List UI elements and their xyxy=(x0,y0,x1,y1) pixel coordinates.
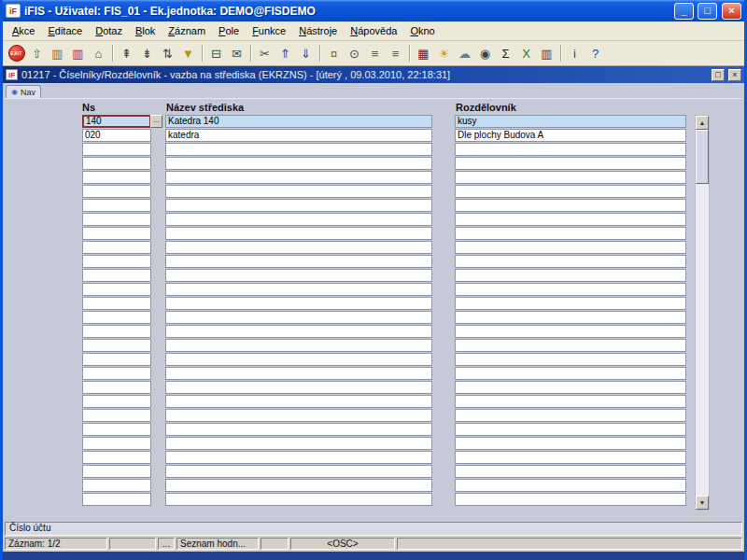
nazev-strediska-field[interactable] xyxy=(165,423,432,436)
open-form-icon[interactable]: ▥ xyxy=(48,44,67,63)
form-close-icon[interactable]: × xyxy=(728,69,741,81)
menu-item-6[interactable]: Funkce xyxy=(246,22,292,39)
nazev-strediska-field[interactable] xyxy=(165,199,432,212)
rozdelovnik-field[interactable] xyxy=(455,493,686,506)
nazev-strediska-field[interactable]: Katedra 140 xyxy=(165,115,432,128)
form-restore-icon[interactable]: □ xyxy=(712,69,725,81)
nazev-strediska-field[interactable] xyxy=(165,157,432,170)
ns-field[interactable]: 140 xyxy=(82,115,151,128)
nav-tab[interactable]: ◉ Nav xyxy=(6,85,41,98)
ns-field[interactable] xyxy=(82,339,151,352)
calendar-icon[interactable]: ▦ xyxy=(414,44,433,63)
nazev-strediska-field[interactable] xyxy=(165,255,432,268)
ns-field[interactable] xyxy=(82,479,151,492)
exit-button[interactable]: EXIT xyxy=(7,44,26,63)
rozdelovnik-field[interactable] xyxy=(455,297,686,310)
rozdelovnik-field[interactable] xyxy=(455,185,686,198)
nazev-strediska-field[interactable] xyxy=(165,381,432,394)
nazev-strediska-field[interactable] xyxy=(165,213,432,226)
rozdelovnik-field[interactable] xyxy=(455,409,686,422)
menu-item-7[interactable]: Nástroje xyxy=(292,22,344,39)
rozdelovnik-field[interactable] xyxy=(455,437,686,450)
rozdelovnik-field[interactable] xyxy=(455,241,686,254)
rozdelovnik-field[interactable] xyxy=(455,451,686,464)
nazev-strediska-field[interactable] xyxy=(165,283,432,296)
nazev-strediska-field[interactable] xyxy=(165,241,432,254)
ns-field[interactable] xyxy=(82,451,151,464)
nazev-strediska-field[interactable] xyxy=(165,465,432,478)
calculator-icon[interactable]: ▥ xyxy=(537,44,557,63)
ns-field[interactable] xyxy=(82,255,151,268)
ns-field[interactable] xyxy=(82,157,151,170)
ns-field[interactable] xyxy=(82,409,151,422)
list-values-icon[interactable]: ≡ xyxy=(386,44,405,63)
print-icon[interactable]: ⊟ xyxy=(206,44,226,63)
rozdelovnik-field[interactable] xyxy=(455,255,686,268)
scrollbar-track[interactable] xyxy=(696,130,709,496)
scrollbar-thumb[interactable] xyxy=(696,130,709,184)
nazev-strediska-field[interactable] xyxy=(165,311,432,324)
ns-field[interactable]: 020 xyxy=(82,129,151,142)
key-icon[interactable]: ¤ xyxy=(324,44,344,63)
menu-item-4[interactable]: Záznam xyxy=(162,22,212,39)
copy-record-icon[interactable]: ⇑ xyxy=(275,44,295,63)
scroll-up-button[interactable]: ▲ xyxy=(696,116,709,130)
execute-query-icon[interactable]: ⇟ xyxy=(137,44,157,63)
zoom-icon[interactable]: ⊙ xyxy=(345,44,364,63)
excel-export-icon[interactable]: X xyxy=(516,44,536,63)
ns-field[interactable] xyxy=(82,227,151,240)
filter-icon[interactable]: ▼ xyxy=(178,44,198,63)
nazev-strediska-field[interactable] xyxy=(165,143,432,156)
commit-icon[interactable]: ⇧ xyxy=(27,44,47,63)
rozdelovnik-field[interactable] xyxy=(455,171,686,184)
enter-query-icon[interactable]: ⇞ xyxy=(117,44,136,63)
ns-field[interactable] xyxy=(82,199,151,212)
rozdelovnik-field[interactable] xyxy=(455,143,686,156)
ns-field[interactable] xyxy=(82,367,151,380)
title-bar[interactable]: iF iFIS - Uživatel: FIS_01 - Ek.jednotka… xyxy=(3,0,744,21)
ns-field[interactable] xyxy=(82,381,151,394)
nazev-strediska-field[interactable] xyxy=(165,437,432,450)
ns-field[interactable] xyxy=(82,311,151,324)
ns-field[interactable] xyxy=(82,241,151,254)
main-menu-icon[interactable]: ⌂ xyxy=(89,44,108,63)
ns-field[interactable] xyxy=(82,493,151,506)
nazev-strediska-field[interactable] xyxy=(165,451,432,464)
ns-field[interactable] xyxy=(82,437,151,450)
help-icon[interactable]: ? xyxy=(585,44,605,63)
flashlight-icon[interactable]: ☀ xyxy=(434,44,454,63)
ns-field[interactable] xyxy=(82,269,151,282)
ns-field[interactable] xyxy=(82,185,151,198)
close-button[interactable]: × xyxy=(722,3,741,20)
menu-item-2[interactable]: Dotaz xyxy=(89,22,129,39)
rozdelovnik-field[interactable] xyxy=(455,311,686,324)
nazev-strediska-field[interactable] xyxy=(165,171,432,184)
rozdelovnik-field[interactable]: Dle plochy Budova A xyxy=(455,129,686,142)
nazev-strediska-field[interactable] xyxy=(165,185,432,198)
ns-field[interactable] xyxy=(82,143,151,156)
maximize-button[interactable]: □ xyxy=(698,3,717,20)
menu-item-5[interactable]: Pole xyxy=(212,22,246,39)
nazev-strediska-field[interactable] xyxy=(165,479,432,492)
nazev-strediska-field[interactable] xyxy=(165,395,432,408)
lov-button[interactable]: ... xyxy=(150,115,162,128)
ns-field[interactable] xyxy=(82,213,151,226)
menu-item-9[interactable]: Okno xyxy=(403,22,441,39)
nazev-strediska-field[interactable]: katedra xyxy=(165,129,432,142)
ns-field[interactable] xyxy=(82,395,151,408)
cut-icon[interactable]: ✂ xyxy=(255,44,275,63)
info-icon[interactable]: i xyxy=(565,44,585,63)
rozdelovnik-field[interactable] xyxy=(455,381,686,394)
rozdelovnik-field[interactable] xyxy=(455,325,686,338)
scroll-down-button[interactable]: ▼ xyxy=(696,496,709,510)
sum-icon[interactable]: Σ xyxy=(496,44,515,63)
menu-item-1[interactable]: Editace xyxy=(41,22,89,39)
nazev-strediska-field[interactable] xyxy=(165,353,432,366)
form-window-titlebar[interactable]: iF 01217 - Číselníky/Rozdělovník - vazba… xyxy=(3,66,744,83)
send-mail-icon[interactable]: ✉ xyxy=(227,44,247,63)
nazev-strediska-field[interactable] xyxy=(165,227,432,240)
rozdelovnik-field[interactable] xyxy=(455,339,686,352)
ns-field[interactable] xyxy=(82,171,151,184)
rozdelovnik-field[interactable] xyxy=(455,227,686,240)
vertical-scrollbar[interactable]: ▲ ▼ xyxy=(695,115,710,511)
